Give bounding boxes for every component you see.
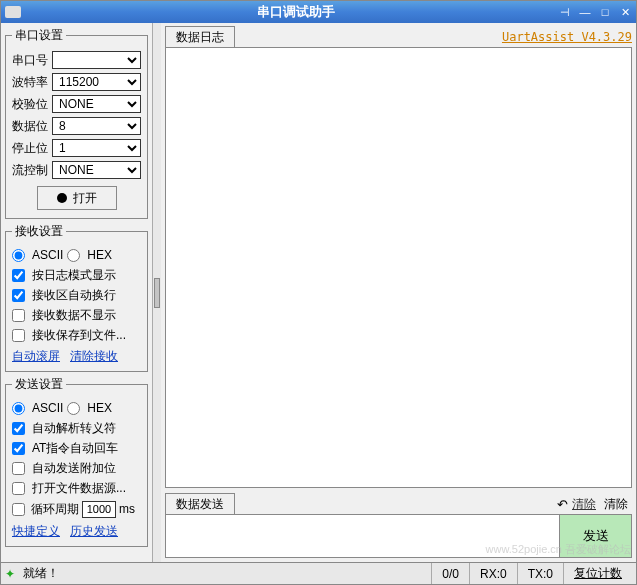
send-settings-group: 发送设置 ASCII HEX 自动解析转义符 AT指令自动回车 自动发送附加位 …: [5, 376, 148, 547]
recv-ascii-radio[interactable]: [12, 249, 25, 262]
recv-nodisplay-label[interactable]: 接收数据不显示: [32, 307, 116, 324]
recv-savefile-label[interactable]: 接收保存到文件...: [32, 327, 126, 344]
baud-label: 波特率: [12, 74, 52, 91]
statusbar: ✦ 就绪！ 0/0 RX:0 TX:0 复位计数: [1, 562, 636, 584]
flowcontrol-select[interactable]: NONE: [52, 161, 141, 179]
databits-select[interactable]: 8: [52, 117, 141, 135]
parity-select[interactable]: NONE: [52, 95, 141, 113]
send-ascii-radio[interactable]: [12, 402, 25, 415]
data-log-area[interactable]: [165, 47, 632, 488]
splitter[interactable]: [153, 23, 161, 562]
parity-label: 校验位: [12, 96, 52, 113]
port-select[interactable]: [52, 51, 141, 69]
open-port-button[interactable]: 打开: [37, 186, 117, 210]
rewind-icon[interactable]: ↶: [557, 497, 568, 512]
send-filesrc-check[interactable]: [12, 482, 25, 495]
cycle-period-input[interactable]: [82, 501, 116, 518]
reset-count-link[interactable]: 复位计数: [563, 563, 632, 584]
recv-logmode-check[interactable]: [12, 269, 25, 282]
status-dot-icon: [57, 193, 67, 203]
status-counter: 0/0: [431, 563, 469, 584]
recv-settings-legend: 接收设置: [12, 223, 66, 240]
left-panel: 串口设置 串口号 波特率115200 校验位NONE 数据位8 停止位1 流控制…: [1, 23, 153, 562]
minimize-button[interactable]: —: [578, 5, 592, 19]
send-atcr-label[interactable]: AT指令自动回车: [32, 440, 118, 457]
splitter-handle-icon: [154, 278, 160, 308]
recv-hex-radio[interactable]: [67, 249, 80, 262]
send-input[interactable]: [165, 514, 560, 558]
port-settings-legend: 串口设置: [12, 27, 66, 44]
recv-autowrap-label[interactable]: 接收区自动换行: [32, 287, 116, 304]
auto-scroll-link[interactable]: 自动滚屏: [12, 348, 60, 365]
recv-logmode-label[interactable]: 按日志模式显示: [32, 267, 116, 284]
send-cycle-label[interactable]: 循环周期: [31, 501, 79, 518]
send-escape-label[interactable]: 自动解析转义符: [32, 420, 116, 437]
send-escape-check[interactable]: [12, 422, 25, 435]
send-hex-radio[interactable]: [67, 402, 80, 415]
send-ascii-label[interactable]: ASCII: [32, 401, 63, 415]
send-cycle-check[interactable]: [12, 503, 25, 516]
app-icon: [5, 6, 33, 18]
send-append-label[interactable]: 自动发送附加位: [32, 460, 116, 477]
window-title: 串口调试助手: [33, 3, 558, 21]
open-button-label: 打开: [73, 190, 97, 207]
send-atcr-check[interactable]: [12, 442, 25, 455]
send-settings-legend: 发送设置: [12, 376, 66, 393]
recv-settings-group: 接收设置 ASCII HEX 按日志模式显示 接收区自动换行 接收数据不显示 接…: [5, 223, 148, 372]
send-button[interactable]: 发送: [560, 514, 632, 558]
version-link[interactable]: UartAssist V4.3.29: [502, 30, 632, 44]
recv-savefile-check[interactable]: [12, 329, 25, 342]
quick-define-link[interactable]: 快捷定义: [12, 523, 60, 540]
status-rx: RX:0: [469, 563, 517, 584]
recv-ascii-label[interactable]: ASCII: [32, 248, 63, 262]
flow-label: 流控制: [12, 162, 52, 179]
stopbits-select[interactable]: 1: [52, 139, 141, 157]
cycle-unit-label: ms: [119, 502, 135, 516]
baud-select[interactable]: 115200: [52, 73, 141, 91]
port-settings-group: 串口设置 串口号 波特率115200 校验位NONE 数据位8 停止位1 流控制…: [5, 27, 148, 219]
right-panel: 数据日志 UartAssist V4.3.29 数据发送 ↶ 清除 清除 发送: [161, 23, 636, 562]
send-append-check[interactable]: [12, 462, 25, 475]
clear-recv-link[interactable]: 清除接收: [70, 348, 118, 365]
history-send-link[interactable]: 历史发送: [70, 523, 118, 540]
status-tx: TX:0: [517, 563, 563, 584]
pin-icon[interactable]: ⊣: [558, 5, 572, 19]
maximize-button[interactable]: □: [598, 5, 612, 19]
recv-hex-label[interactable]: HEX: [87, 248, 112, 262]
ready-icon: ✦: [5, 567, 19, 581]
send-hex-label[interactable]: HEX: [87, 401, 112, 415]
clear-send-link[interactable]: 清除: [572, 496, 596, 513]
titlebar: 串口调试助手 ⊣ — □ ✕: [1, 1, 636, 23]
port-label: 串口号: [12, 52, 52, 69]
send-filesrc-label[interactable]: 打开文件数据源...: [32, 480, 126, 497]
stop-label: 停止位: [12, 140, 52, 157]
data-send-tab[interactable]: 数据发送: [165, 493, 235, 515]
recv-nodisplay-check[interactable]: [12, 309, 25, 322]
recv-autowrap-check[interactable]: [12, 289, 25, 302]
status-ready: 就绪！: [23, 565, 431, 582]
data-log-tab[interactable]: 数据日志: [165, 26, 235, 48]
data-label: 数据位: [12, 118, 52, 135]
clear-send-button[interactable]: 清除: [600, 494, 632, 515]
close-button[interactable]: ✕: [618, 5, 632, 19]
